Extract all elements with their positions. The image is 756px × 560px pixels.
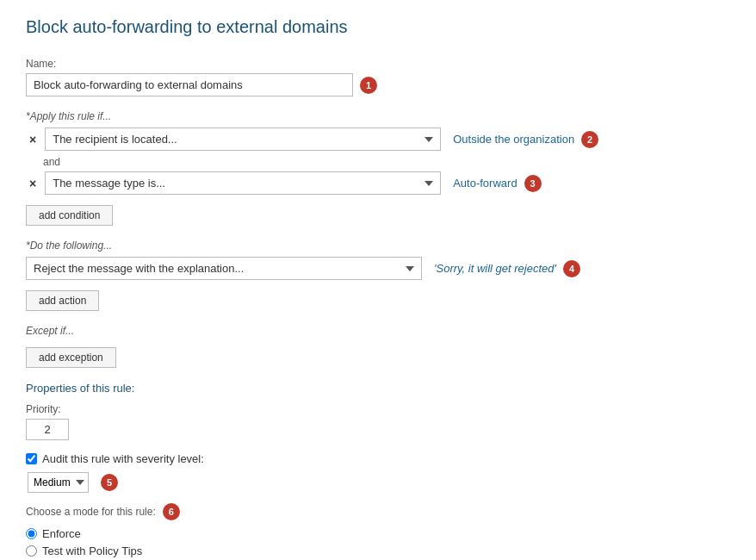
remove-condition1-btn[interactable]: × <box>26 132 40 147</box>
test-with-radio[interactable] <box>26 545 37 557</box>
and-label: and <box>43 156 730 168</box>
badge-3: 3 <box>524 175 542 192</box>
action-dropdown[interactable]: Reject the message with the explanation.… <box>26 257 422 280</box>
test-with-label: Test with Policy Tips <box>42 544 142 557</box>
remove-condition2-btn[interactable]: × <box>26 176 40 191</box>
badge-6: 6 <box>163 503 180 520</box>
add-condition-btn[interactable]: add condition <box>26 205 113 226</box>
page-title: Block auto-forwarding to external domain… <box>26 17 730 37</box>
condition1-dropdown[interactable]: The recipient is located... <box>45 128 441 151</box>
condition1-value-link[interactable]: Outside the organization <box>453 133 574 146</box>
enforce-label: Enforce <box>42 527 81 540</box>
priority-input[interactable] <box>26 419 69 440</box>
badge-4: 4 <box>563 260 580 277</box>
properties-label: Properties of this rule: <box>26 382 730 395</box>
apply-rule-label: *Apply this rule if... <box>26 110 730 122</box>
mode-label: Choose a mode for this rule: <box>26 506 156 518</box>
name-label: Name: <box>26 58 730 70</box>
badge-1: 1 <box>360 77 377 94</box>
action-value-link[interactable]: 'Sorry, it will get rejected' <box>434 262 556 275</box>
condition2-dropdown[interactable]: The message type is... <box>45 171 441 195</box>
priority-label: Priority: <box>26 403 730 415</box>
do-following-label: *Do the following... <box>26 240 730 252</box>
enforce-radio[interactable] <box>26 528 37 539</box>
add-exception-btn[interactable]: add exception <box>26 347 116 368</box>
badge-2: 2 <box>581 131 598 148</box>
add-action-btn[interactable]: add action <box>26 290 99 311</box>
except-if-label: Except if... <box>26 325 730 337</box>
badge-5: 5 <box>101 474 118 491</box>
audit-label: Audit this rule with severity level: <box>42 452 204 465</box>
name-input[interactable] <box>26 73 353 96</box>
audit-checkbox[interactable] <box>26 453 37 464</box>
severity-dropdown[interactable]: Low Medium High <box>28 472 89 493</box>
condition2-value-link[interactable]: Auto-forward <box>453 177 517 190</box>
